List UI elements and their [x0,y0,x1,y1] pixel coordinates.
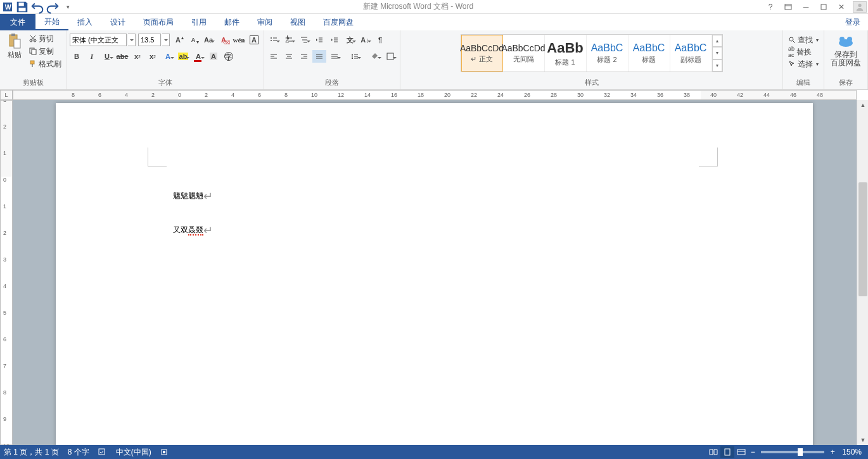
align-right-button[interactable] [297,50,311,63]
print-layout-icon[interactable] [720,446,734,458]
zoom-slider-knob[interactable] [798,448,803,456]
group-paragraph: 12 文 A↓ ¶ 段落 [264,30,400,89]
scroll-thumb[interactable] [858,182,867,296]
borders-button[interactable] [383,50,397,63]
cut-button[interactable]: 剪切 [27,33,64,44]
tab-file[interactable]: 文件 [0,14,35,30]
gallery-down-icon[interactable]: ▾ [712,47,722,59]
gallery-more-icon[interactable]: ▾ [712,60,722,72]
style-item-0[interactable]: AaBbCcDd↵ 正文 [461,35,503,72]
text-effects-button[interactable]: A [161,50,175,63]
svg-rect-51 [387,53,393,60]
spellcheck-icon[interactable] [98,448,107,456]
zoom-in-button[interactable]: + [828,448,837,456]
select-button[interactable]: 选择▾ [786,58,821,70]
enclose-char-button[interactable]: 字 [222,50,236,63]
ribbon-display-icon[interactable] [779,1,797,13]
zoom-slider[interactable] [761,451,824,453]
italic-button[interactable]: I [85,50,99,63]
style-item-5[interactable]: AaBbC副标题 [670,35,712,72]
scroll-down-icon[interactable]: ▼ [857,435,868,445]
subscript-button[interactable]: x2 [131,50,144,63]
tab-review[interactable]: 审阅 [248,14,281,30]
gallery-up-icon[interactable]: ▴ [712,35,722,47]
align-left-button[interactable] [267,50,281,63]
save-icon[interactable] [15,1,29,13]
style-item-3[interactable]: AaBbC标题 2 [587,35,629,72]
word-count[interactable]: 8 个字 [68,447,89,458]
zoom-out-button[interactable]: − [748,448,757,456]
increase-indent-button[interactable] [328,34,341,46]
line-spacing-button[interactable] [348,50,362,63]
clear-formatting-button[interactable]: A⌫ [217,34,231,46]
account-avatar-icon[interactable] [853,1,867,13]
macro-icon[interactable] [160,448,168,456]
multilevel-list-button[interactable] [297,34,311,46]
font-name-input[interactable]: 宋体 (中文正文 [70,34,127,46]
align-distributed-button[interactable] [328,50,341,63]
change-case-button[interactable]: Aa [201,34,215,46]
char-shading-button[interactable]: A [207,50,220,63]
copy-button[interactable]: 复制 [27,46,64,57]
bullets-button[interactable] [267,34,281,46]
align-center-button[interactable] [282,50,296,63]
tab-insert[interactable]: 插入 [68,14,101,30]
tab-references[interactable]: 引用 [182,14,215,30]
format-painter-button[interactable]: 格式刷 [27,58,64,70]
show-marks-button[interactable]: ¶ [373,34,387,46]
shading-button[interactable] [368,50,382,63]
sort-button[interactable]: A↓ [358,34,372,46]
sign-in-link[interactable]: 登录 [838,14,868,30]
qat-customize-icon[interactable]: ▾ [61,1,75,13]
style-item-2[interactable]: AaBb标题 1 [545,35,587,72]
bold-button[interactable]: B [70,50,84,63]
page-indicator[interactable]: 第 1 页，共 1 页 [4,447,59,458]
save-to-baidu-button[interactable]: 保存到百度网盘 [827,32,865,68]
strikethrough-button[interactable]: abc [115,50,129,63]
phonetic-guide-button[interactable]: wén [232,34,246,46]
vertical-scrollbar[interactable]: ▲ ▼ [857,100,868,445]
language-indicator[interactable]: 中文(中国) [116,447,151,458]
maximize-icon[interactable] [815,1,833,13]
horizontal-ruler[interactable]: 8642024681012141618202224262830323436384… [13,90,857,100]
ruler-corner[interactable]: L [0,90,13,100]
document-area[interactable]: 魑魅魍魎↵ 又双叒叕↵ [13,100,857,445]
tab-mailings[interactable]: 邮件 [215,14,248,30]
font-name-dropdown[interactable] [128,34,136,46]
read-mode-icon[interactable] [706,446,720,458]
help-icon[interactable]: ? [762,1,779,13]
find-button[interactable]: 查找▾ [786,34,821,46]
close-icon[interactable]: ✕ [833,1,850,13]
tab-design[interactable]: 设计 [101,14,134,30]
document-body[interactable]: 魑魅魍魎↵ 又双叒叕↵ [173,185,213,241]
web-layout-icon[interactable] [734,446,748,458]
tab-home[interactable]: 开始 [35,14,68,30]
underline-button[interactable]: U [100,50,114,63]
numbering-button[interactable]: 12 [282,34,296,46]
tab-layout[interactable]: 页面布局 [134,14,182,30]
scroll-up-icon[interactable]: ▲ [857,100,868,110]
replace-button[interactable]: abac替换 [786,46,814,58]
shrink-font-button[interactable]: A▾ [186,34,200,46]
font-color-button[interactable]: A [191,50,205,63]
page[interactable]: 魑魅魍魎↵ 又双叒叕↵ [56,103,813,445]
undo-icon[interactable] [30,1,44,13]
redo-icon[interactable] [46,1,60,13]
tab-view[interactable]: 视图 [281,14,314,30]
vertical-ruler[interactable]: 321012345678910111213 [0,100,13,445]
char-border-button[interactable]: A [247,34,261,46]
font-size-input[interactable]: 13.5 [138,34,161,46]
zoom-level[interactable]: 150% [842,448,862,456]
style-item-4[interactable]: AaBbC标题 [629,35,670,72]
style-item-1[interactable]: AaBbCcDd无间隔 [503,35,545,72]
highlight-button[interactable]: ab [176,50,190,63]
asian-layout-button[interactable]: 文 [343,34,357,46]
paste-button[interactable]: 粘贴 [3,32,27,60]
decrease-indent-button[interactable] [312,34,326,46]
grow-font-button[interactable]: A▴ [171,34,185,46]
tab-baidu[interactable]: 百度网盘 [314,14,362,30]
font-size-dropdown[interactable] [162,34,170,46]
align-justify-button[interactable] [312,50,326,63]
minimize-icon[interactable]: ─ [797,1,815,13]
superscript-button[interactable]: x2 [146,50,160,63]
